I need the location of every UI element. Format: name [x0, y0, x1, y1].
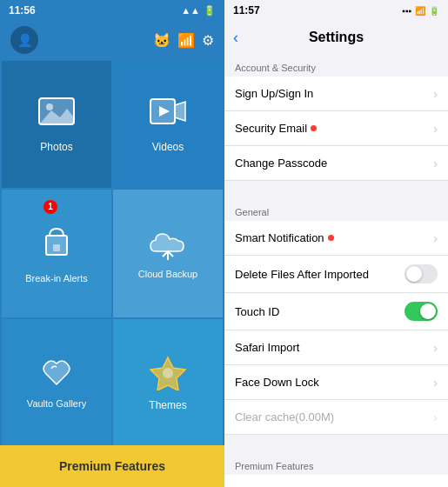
photos-icon: [37, 95, 76, 136]
list-item-sign-up-sign-in[interactable]: Sign Up/Sign In ›: [224, 77, 448, 111]
grid-item-videos[interactable]: Videos: [113, 61, 223, 188]
cat-icon: 🐱: [153, 32, 171, 49]
right-battery-icon: 🔋: [429, 6, 439, 16]
left-panel: 11:56 ▲▲ 🔋 👤 🐱 📶 ⚙ Photos: [0, 0, 224, 487]
section-divider-1: [224, 181, 448, 198]
premium-bar[interactable]: Premium Features: [0, 445, 224, 487]
break-in-alerts-label: Break-in Alerts: [25, 273, 88, 284]
vaulto-gallery-icon: [37, 357, 76, 393]
cloud-backup-icon: [149, 227, 187, 264]
right-signal-icon: ▪▪▪: [402, 6, 411, 16]
videos-label: Videos: [152, 141, 184, 153]
safari-import-label: Safari Import: [235, 341, 299, 354]
themes-icon: [149, 354, 187, 394]
touch-id-toggle-container: [405, 302, 438, 321]
right-panel: 11:57 ▪▪▪ 📶 🔋 ‹ Settings Account & Secur…: [224, 0, 448, 487]
grid-item-photos[interactable]: Photos: [2, 61, 111, 188]
left-time: 11:56: [9, 4, 36, 17]
smart-notification-red-dot: [328, 235, 334, 241]
chevron-icon: ›: [433, 231, 438, 245]
touch-id-toggle[interactable]: [405, 302, 438, 321]
grid-item-break-in-alerts[interactable]: Break-in Alerts 1: [2, 190, 111, 318]
gear-icon[interactable]: ⚙: [202, 32, 214, 49]
touch-id-label: Touch ID: [235, 305, 279, 318]
section-divider-2: [224, 435, 448, 452]
list-item-touch-id[interactable]: Touch ID: [224, 293, 448, 330]
break-in-alerts-badge: 1: [43, 200, 57, 214]
change-passcode-label: Change Passcode: [235, 157, 327, 170]
list-item-my-premium-account[interactable]: My Premium Account ›: [224, 475, 448, 487]
chevron-icon: ›: [433, 376, 438, 390]
grid-item-vaulto-gallery[interactable]: Vaulto Gallery: [2, 319, 111, 445]
list-item-clear-cache[interactable]: Clear cache(0.00M) ›: [224, 400, 448, 435]
svg-marker-3: [175, 102, 185, 121]
right-nav: ‹ Settings: [224, 21, 448, 54]
list-item-delete-files[interactable]: Delete Files After Imported: [224, 256, 448, 293]
chevron-icon: ›: [433, 157, 438, 170]
section-header-premium: Premium Features: [224, 452, 448, 475]
list-item-change-passcode[interactable]: Change Passcode ›: [224, 146, 448, 181]
chevron-icon: ›: [433, 87, 438, 101]
header-icons: 🐱 📶 ⚙: [153, 32, 214, 49]
right-status-icons: ▪▪▪ 📶 🔋: [402, 6, 439, 16]
avatar-icon: 👤: [17, 33, 32, 47]
right-wifi-icon: 📶: [415, 6, 425, 16]
delete-files-toggle[interactable]: [405, 264, 438, 284]
battery-icon: 🔋: [204, 5, 216, 17]
smart-notification-label: Smart Notification: [235, 231, 334, 244]
left-status-bar: 11:56 ▲▲ 🔋: [0, 0, 224, 21]
photos-label: Photos: [40, 141, 72, 153]
list-item-face-down-lock[interactable]: Face Down Lock ›: [224, 365, 448, 400]
chevron-icon: ›: [433, 410, 438, 424]
avatar[interactable]: 👤: [10, 26, 38, 54]
face-down-lock-label: Face Down Lock: [235, 376, 319, 389]
svg-point-1: [46, 103, 53, 110]
list-item-security-email[interactable]: Security Email ›: [224, 111, 448, 146]
themes-label: Themes: [149, 399, 186, 411]
sign-up-sign-in-label: Sign Up/Sign In: [235, 87, 313, 100]
settings-list: Account & Security Sign Up/Sign In › Sec…: [224, 54, 448, 487]
security-email-label: Security Email: [235, 122, 317, 135]
list-item-smart-notification[interactable]: Smart Notification ›: [224, 221, 448, 256]
videos-icon: [149, 95, 187, 136]
vaulto-gallery-label: Vaulto Gallery: [27, 398, 86, 409]
security-email-red-dot: [311, 125, 317, 131]
clear-cache-label: Clear cache(0.00M): [235, 410, 334, 424]
back-button[interactable]: ‹: [233, 29, 238, 47]
section-header-general: General: [224, 198, 448, 221]
cloud-backup-label: Cloud Backup: [138, 269, 198, 279]
svg-rect-6: [53, 244, 60, 251]
premium-bar-label: Premium Features: [59, 459, 165, 473]
wifi-header-icon: 📶: [177, 32, 195, 49]
section-header-account: Account & Security: [224, 54, 448, 77]
wifi-icon: ▲▲: [181, 5, 200, 16]
svg-point-9: [163, 368, 173, 378]
left-header: 👤 🐱 📶 ⚙: [0, 21, 224, 61]
grid-container: Photos Videos Break-in Ale: [0, 61, 224, 445]
list-item-safari-import[interactable]: Safari Import ›: [224, 330, 448, 365]
left-status-icons: ▲▲ 🔋: [181, 5, 216, 17]
right-status-bar: 11:57 ▪▪▪ 📶 🔋: [224, 0, 448, 21]
grid-item-themes[interactable]: Themes: [113, 319, 223, 445]
right-time: 11:57: [233, 4, 260, 17]
delete-files-toggle-container: [405, 264, 438, 284]
grid-item-cloud-backup[interactable]: Cloud Backup: [113, 190, 223, 318]
settings-title: Settings: [309, 30, 364, 45]
break-in-alerts-icon: [37, 223, 76, 268]
delete-files-label: Delete Files After Imported: [235, 268, 369, 281]
chevron-icon: ›: [433, 122, 438, 136]
chevron-icon: ›: [433, 341, 438, 355]
